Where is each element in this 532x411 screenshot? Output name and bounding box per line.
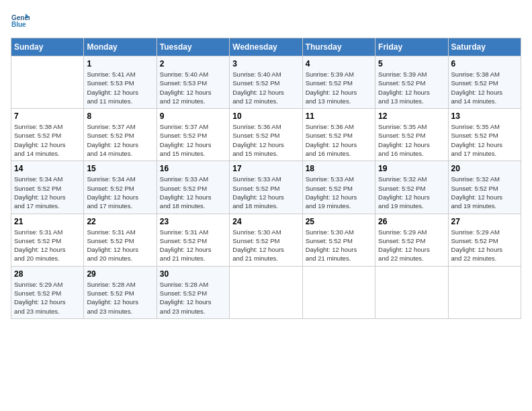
calendar-cell: 1Sunrise: 5:41 AMSunset: 5:53 PMDaylight… <box>84 56 157 109</box>
day-number: 4 <box>306 59 372 68</box>
day-number: 11 <box>306 111 372 121</box>
day-info: Sunrise: 5:37 AMSunset: 5:52 PMDaylight:… <box>87 122 153 158</box>
calendar-cell: 10Sunrise: 5:36 AMSunset: 5:52 PMDayligh… <box>230 109 302 161</box>
day-info: Sunrise: 5:29 AMSunset: 5:52 PMDaylight:… <box>14 280 81 316</box>
day-info: Sunrise: 5:35 AMSunset: 5:52 PMDaylight:… <box>378 122 445 158</box>
day-number: 21 <box>14 217 81 226</box>
weekday-header-sunday: Sunday <box>11 38 84 56</box>
calendar-cell: 21Sunrise: 5:31 AMSunset: 5:52 PMDayligh… <box>11 214 84 266</box>
day-info: Sunrise: 5:40 AMSunset: 5:53 PMDaylight:… <box>160 70 226 105</box>
day-info: Sunrise: 5:29 AMSunset: 5:52 PMDaylight:… <box>451 228 518 263</box>
calendar-table: SundayMondayTuesdayWednesdayThursdayFrid… <box>11 38 521 319</box>
calendar-cell: 13Sunrise: 5:35 AMSunset: 5:52 PMDayligh… <box>448 109 521 161</box>
calendar-cell: 29Sunrise: 5:28 AMSunset: 5:52 PMDayligh… <box>84 266 157 318</box>
calendar-cell: 27Sunrise: 5:29 AMSunset: 5:52 PMDayligh… <box>448 214 521 266</box>
calendar-cell: 20Sunrise: 5:32 AMSunset: 5:52 PMDayligh… <box>448 161 521 214</box>
day-number: 1 <box>87 59 153 68</box>
calendar-cell: 5Sunrise: 5:39 AMSunset: 5:52 PMDaylight… <box>375 56 448 109</box>
day-info: Sunrise: 5:38 AMSunset: 5:52 PMDaylight:… <box>451 70 518 105</box>
day-number: 7 <box>14 111 81 121</box>
calendar-cell: 9Sunrise: 5:37 AMSunset: 5:52 PMDaylight… <box>157 109 229 161</box>
calendar-cell <box>230 266 302 318</box>
calendar-week-row: 1Sunrise: 5:41 AMSunset: 5:53 PMDaylight… <box>11 56 521 109</box>
weekday-header-wednesday: Wednesday <box>230 38 302 56</box>
day-number: 18 <box>306 164 372 173</box>
calendar-cell <box>302 266 375 318</box>
calendar-cell: 15Sunrise: 5:34 AMSunset: 5:52 PMDayligh… <box>84 161 157 214</box>
calendar-header-row: SundayMondayTuesdayWednesdayThursdayFrid… <box>11 38 521 56</box>
calendar-cell: 7Sunrise: 5:38 AMSunset: 5:52 PMDaylight… <box>11 109 84 161</box>
day-info: Sunrise: 5:36 AMSunset: 5:52 PMDaylight:… <box>306 122 372 158</box>
day-number: 13 <box>451 111 518 121</box>
weekday-header-thursday: Thursday <box>302 38 375 56</box>
day-info: Sunrise: 5:30 AMSunset: 5:52 PMDaylight:… <box>306 228 372 263</box>
day-info: Sunrise: 5:34 AMSunset: 5:52 PMDaylight:… <box>14 175 81 210</box>
day-info: Sunrise: 5:31 AMSunset: 5:52 PMDaylight:… <box>87 228 153 263</box>
day-number: 15 <box>87 164 153 173</box>
calendar-cell: 25Sunrise: 5:30 AMSunset: 5:52 PMDayligh… <box>302 214 375 266</box>
day-info: Sunrise: 5:35 AMSunset: 5:52 PMDaylight:… <box>451 122 518 158</box>
day-number: 20 <box>451 164 518 173</box>
calendar-cell: 8Sunrise: 5:37 AMSunset: 5:52 PMDaylight… <box>84 109 157 161</box>
day-info: Sunrise: 5:29 AMSunset: 5:52 PMDaylight:… <box>378 228 445 263</box>
day-info: Sunrise: 5:28 AMSunset: 5:52 PMDaylight:… <box>87 280 153 316</box>
calendar-cell: 18Sunrise: 5:33 AMSunset: 5:52 PMDayligh… <box>302 161 375 214</box>
day-number: 23 <box>160 217 226 226</box>
calendar-cell: 19Sunrise: 5:32 AMSunset: 5:52 PMDayligh… <box>375 161 448 214</box>
day-number: 6 <box>451 59 518 68</box>
day-number: 19 <box>378 164 445 173</box>
logo: General Blue <box>11 11 32 30</box>
day-number: 25 <box>306 217 372 226</box>
calendar-week-row: 14Sunrise: 5:34 AMSunset: 5:52 PMDayligh… <box>11 161 521 214</box>
day-number: 12 <box>378 111 445 121</box>
day-number: 16 <box>160 164 226 173</box>
calendar-cell: 12Sunrise: 5:35 AMSunset: 5:52 PMDayligh… <box>375 109 448 161</box>
general-blue-icon: General Blue <box>11 11 30 30</box>
day-number: 5 <box>378 59 445 68</box>
day-info: Sunrise: 5:30 AMSunset: 5:52 PMDaylight:… <box>232 228 299 263</box>
calendar-cell: 16Sunrise: 5:33 AMSunset: 5:52 PMDayligh… <box>157 161 229 214</box>
day-number: 27 <box>451 217 518 226</box>
day-number: 24 <box>232 217 299 226</box>
day-info: Sunrise: 5:33 AMSunset: 5:52 PMDaylight:… <box>160 175 226 210</box>
day-number: 14 <box>14 164 81 173</box>
calendar-cell: 26Sunrise: 5:29 AMSunset: 5:52 PMDayligh… <box>375 214 448 266</box>
weekday-header-friday: Friday <box>375 38 448 56</box>
day-info: Sunrise: 5:31 AMSunset: 5:52 PMDaylight:… <box>160 228 226 263</box>
weekday-header-saturday: Saturday <box>448 38 521 56</box>
day-info: Sunrise: 5:31 AMSunset: 5:52 PMDaylight:… <box>14 228 81 263</box>
calendar-cell: 3Sunrise: 5:40 AMSunset: 5:52 PMDaylight… <box>230 56 302 109</box>
day-info: Sunrise: 5:36 AMSunset: 5:52 PMDaylight:… <box>232 122 299 158</box>
day-number: 26 <box>378 217 445 226</box>
calendar-cell: 14Sunrise: 5:34 AMSunset: 5:52 PMDayligh… <box>11 161 84 214</box>
day-info: Sunrise: 5:33 AMSunset: 5:52 PMDaylight:… <box>306 175 372 210</box>
calendar-cell <box>448 266 521 318</box>
day-info: Sunrise: 5:32 AMSunset: 5:52 PMDaylight:… <box>378 175 445 210</box>
weekday-header-monday: Monday <box>84 38 157 56</box>
calendar-cell: 17Sunrise: 5:33 AMSunset: 5:52 PMDayligh… <box>230 161 302 214</box>
day-number: 2 <box>160 59 226 68</box>
day-number: 8 <box>87 111 153 121</box>
calendar-week-row: 28Sunrise: 5:29 AMSunset: 5:52 PMDayligh… <box>11 266 521 318</box>
calendar-cell: 30Sunrise: 5:28 AMSunset: 5:52 PMDayligh… <box>157 266 229 318</box>
day-info: Sunrise: 5:28 AMSunset: 5:52 PMDaylight:… <box>160 280 226 316</box>
day-info: Sunrise: 5:40 AMSunset: 5:52 PMDaylight:… <box>232 70 299 105</box>
day-info: Sunrise: 5:41 AMSunset: 5:53 PMDaylight:… <box>87 70 153 105</box>
day-number: 22 <box>87 217 153 226</box>
calendar-cell: 11Sunrise: 5:36 AMSunset: 5:52 PMDayligh… <box>302 109 375 161</box>
day-number: 10 <box>232 111 299 121</box>
calendar-cell: 24Sunrise: 5:30 AMSunset: 5:52 PMDayligh… <box>230 214 302 266</box>
weekday-header-tuesday: Tuesday <box>157 38 229 56</box>
calendar-week-row: 21Sunrise: 5:31 AMSunset: 5:52 PMDayligh… <box>11 214 521 266</box>
calendar-cell <box>375 266 448 318</box>
day-info: Sunrise: 5:32 AMSunset: 5:52 PMDaylight:… <box>451 175 518 210</box>
calendar-cell <box>11 56 84 109</box>
day-info: Sunrise: 5:37 AMSunset: 5:52 PMDaylight:… <box>160 122 226 158</box>
day-number: 3 <box>232 59 299 68</box>
svg-text:Blue: Blue <box>11 21 26 28</box>
calendar-cell: 6Sunrise: 5:38 AMSunset: 5:52 PMDaylight… <box>448 56 521 109</box>
day-number: 29 <box>87 269 153 279</box>
day-info: Sunrise: 5:33 AMSunset: 5:52 PMDaylight:… <box>232 175 299 210</box>
day-number: 28 <box>14 269 81 279</box>
day-info: Sunrise: 5:38 AMSunset: 5:52 PMDaylight:… <box>14 122 81 158</box>
